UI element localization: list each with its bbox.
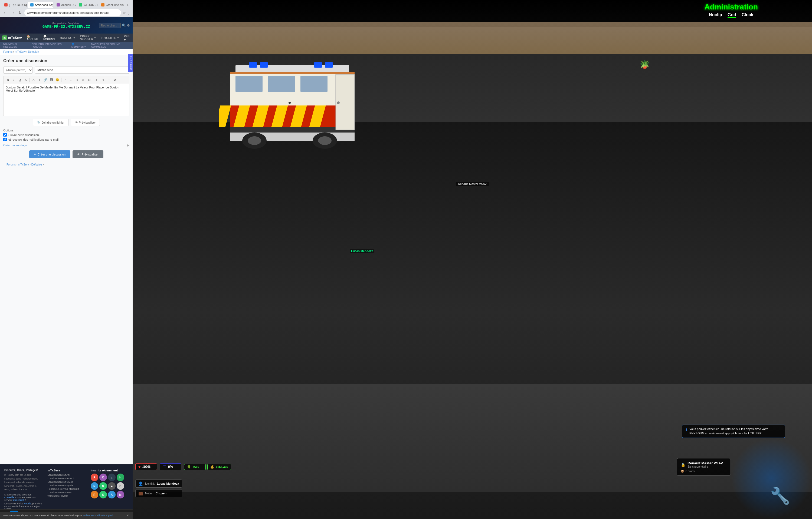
tab-3[interactable]: Accueil - Canva × (54, 2, 76, 8)
undo-button[interactable]: ↩ (94, 77, 99, 83)
avatar-n2[interactable]: N (99, 482, 107, 490)
title-input[interactable] (35, 66, 129, 73)
avatar-dark[interactable]: ■ (108, 482, 116, 490)
nav-hosting[interactable]: HOSTING ▼ (58, 35, 77, 40)
star-icon[interactable]: ☆ (123, 11, 126, 15)
subnav-marquer[interactable]: MARQUER LES FORUMS COMME LUS (90, 42, 130, 49)
strikethrough-button[interactable]: S (23, 77, 28, 83)
tab-2[interactable]: Advanced Keys Dr... × (28, 2, 53, 8)
bullet-button[interactable]: • (62, 77, 68, 83)
image-button[interactable]: 🖼 (49, 77, 54, 83)
admin-god[interactable]: God (728, 12, 736, 18)
follow-checkbox[interactable] (3, 133, 7, 136)
form-title: Créer une discussion (3, 58, 129, 63)
preview-button[interactable]: 👁 Prévisualiser (72, 150, 104, 158)
discord-badge[interactable]: DISCORD D (128, 54, 133, 72)
footer-rust-link[interactable]: Location Serveur Rust (47, 491, 85, 494)
avatar-h[interactable]: H (117, 474, 124, 481)
admin-cloak[interactable]: Cloak (742, 12, 754, 18)
menu-icon[interactable]: ⋮ (127, 11, 130, 15)
subnav-nouveaux[interactable]: NOUVEAUX MESSAGES (2, 42, 28, 49)
bottom-sep3: › (43, 163, 44, 166)
forward-button[interactable]: → (10, 10, 16, 16)
emoji-button[interactable]: 😊 (55, 77, 60, 83)
font-button[interactable]: T (37, 77, 42, 83)
avatar-light[interactable]: □ (117, 482, 124, 490)
heart-icon: ♥ (138, 465, 141, 469)
attach-file-button[interactable]: 📎 Joindre un fichier (33, 119, 68, 126)
create-discussion-button[interactable]: ✏ Créer une discussion (29, 150, 70, 158)
avatar-r[interactable]: R (91, 491, 98, 498)
footer-hytale-link[interactable]: Location Serveur Hytale (47, 484, 85, 487)
italic-button[interactable]: I (11, 77, 17, 83)
avatar-n1[interactable]: N (91, 482, 98, 490)
nav-accueil[interactable]: 🏠 ACCUEIL (25, 34, 40, 42)
subnav-rechercher[interactable]: RECHERCHER DANS LES FORUMS (31, 42, 68, 49)
more-button[interactable]: ⋯ (106, 77, 112, 83)
bold-button[interactable]: B (5, 77, 10, 83)
color-button[interactable]: A (31, 77, 36, 83)
banner-settings-icon[interactable]: ⚙ (127, 24, 130, 27)
footer-download-hytale-link[interactable]: Télécharger Hytale (47, 495, 85, 497)
admin-noclip[interactable]: Noclip (709, 12, 722, 18)
prefix-select[interactable]: (Aucun préfixe) (3, 66, 33, 73)
avatar-m[interactable]: M (117, 491, 124, 498)
settings-button[interactable]: ⚙ (112, 77, 117, 83)
quote-left-button[interactable]: « (75, 77, 80, 83)
eye-icon: 👁 (75, 121, 78, 124)
cookie-push-link[interactable]: activer les notifications push (83, 514, 113, 517)
numbered-button[interactable]: 1. (68, 77, 74, 83)
footer-ark-link[interactable]: Location Serveur Ark (47, 474, 85, 476)
bottom-breadcrumb: Forums › mTxServ › Défouloir › (3, 161, 129, 168)
subnav-membres[interactable]: 👤 MEMBRES ▾ (70, 42, 88, 49)
tab-4[interactable]: CLOUD - Logo × (76, 2, 98, 8)
nav-tutoriels[interactable]: TUTORIELS ▼ (99, 35, 121, 40)
nav-forums[interactable]: 💬 FORUMS (41, 34, 57, 42)
link-button[interactable]: 🔗 (43, 77, 48, 83)
back-button[interactable]: ← (2, 10, 8, 16)
ambulance-vehicle (219, 49, 368, 157)
footer-arma3-link[interactable]: Location Serveur Arma 3 (47, 477, 85, 480)
breadcrumb-mtxserv[interactable]: mTxServ (15, 50, 26, 53)
banner-search-icon[interactable]: 🔍 (122, 24, 126, 27)
tab-1[interactable]: [FR] Cloud Rp | fe... × (2, 2, 27, 8)
cookie-close-button[interactable]: × (126, 514, 130, 517)
avatar-alpha[interactable]: α (108, 474, 116, 481)
footer-gmod-link[interactable]: Location Serveur GMod (47, 481, 85, 483)
bottom-mtxserv[interactable]: mTxServ (18, 163, 29, 166)
site-brand[interactable]: m mTxServ (2, 35, 22, 40)
nav-creer-serveur[interactable]: CRÉER SERVEUR ▼ (78, 34, 98, 42)
avatar-s[interactable]: S (99, 491, 107, 498)
breadcrumb-forums[interactable]: Forums (3, 50, 12, 53)
props-value: 0 props (686, 470, 695, 473)
poll-link[interactable]: Créer un sondage (3, 144, 27, 147)
nav-creer-label: CRÉER SERVEUR (80, 35, 93, 41)
address-bar: ← → ↻ ☆ ⋮ (0, 8, 133, 17)
editor-body[interactable]: Bonjour Serait-il Possible De Maider En … (3, 84, 129, 116)
nav-res[interactable]: RES: ▶ (122, 34, 133, 42)
avatar-a[interactable]: A (108, 491, 116, 498)
bottom-defouloir[interactable]: Défouloir (31, 163, 42, 166)
armor-card: 🛡 0% (160, 463, 181, 470)
site-subnav: NOUVEAUX MESSAGES RECHERCHER DANS LES FO… (0, 42, 133, 49)
footer-link-hytale[interactable]: Découvrez le site Hytale, première commu… (4, 502, 42, 510)
address-input[interactable] (24, 9, 121, 16)
table-button[interactable]: ⊞ (86, 77, 92, 83)
refresh-button[interactable]: ↻ (17, 10, 23, 16)
quote-right-button[interactable]: » (80, 77, 86, 83)
breadcrumb-defouloir[interactable]: Défouloir (28, 50, 39, 53)
footer-minecraft-link[interactable]: Hébergeur Serveur Minecraft (47, 488, 85, 490)
banner-search-input[interactable] (99, 23, 121, 28)
tab-5[interactable]: Créer une discuss... × (98, 2, 124, 8)
new-tab-button[interactable]: + (124, 2, 131, 8)
email-checkbox[interactable] (3, 138, 7, 141)
money-total-icon: 💰 (210, 465, 214, 469)
vehicle-scene-label: Renault Master VSAV (456, 182, 489, 186)
bottom-forums[interactable]: Forums (6, 163, 16, 166)
avatar-c[interactable]: C (99, 474, 107, 481)
footer-link-conseil[interactable]: N'attendez plus avec nos conseils: comme… (4, 493, 42, 501)
redo-button[interactable]: ↪ (100, 77, 106, 83)
avatar-p[interactable]: P (91, 474, 98, 481)
preview-small-button[interactable]: 👁 Prévisualiser (70, 119, 100, 126)
underline-button[interactable]: U (17, 77, 23, 83)
